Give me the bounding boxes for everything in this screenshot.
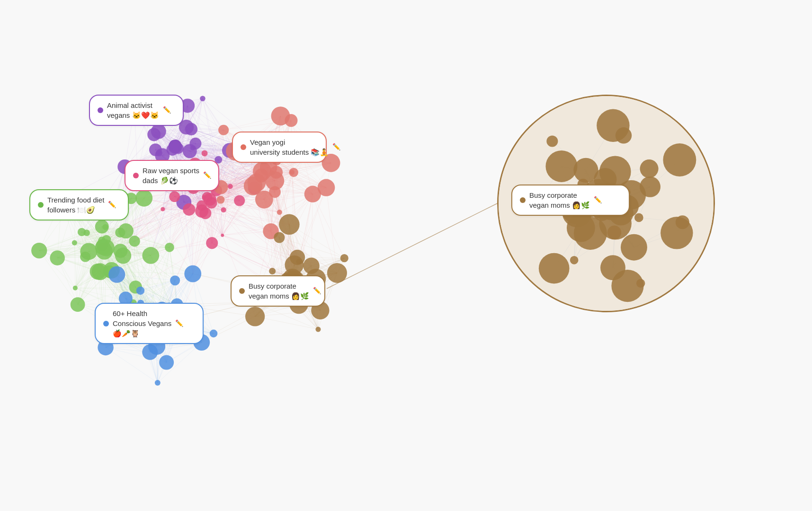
animal-edit-icon[interactable]: ✏️: [163, 106, 171, 115]
trending-label-text: Trending food dietfollowers 🍽️🥑: [47, 195, 104, 215]
cluster-label-busy-large: Busy corporatevegan moms 👩🌿 ✏️: [511, 185, 630, 216]
raw-vegan-edit-icon[interactable]: ✏️: [203, 171, 211, 180]
health-edit-icon[interactable]: ✏️: [175, 319, 183, 328]
busy-large-edit-icon[interactable]: ✏️: [594, 195, 602, 205]
cluster-label-yogi: Vegan yogiuniversity students 📚🧘 ✏️: [232, 132, 327, 163]
animal-label-text: Animal activistvegans 🐱❤️🐱: [107, 100, 159, 120]
cluster-label-busy-small: Busy corporatevegan moms 👩🌿 ✏️: [231, 275, 325, 307]
trending-edit-icon[interactable]: ✏️: [108, 200, 116, 210]
health-label-text: 60+ HealthConscious Vegans🍎🥕🦉: [113, 308, 171, 338]
cluster-label-animal: Animal activistvegans 🐱❤️🐱 ✏️: [89, 95, 184, 126]
busy-small-edit-icon[interactable]: ✏️: [313, 286, 321, 296]
busy-small-dot: [239, 288, 245, 294]
cluster-label-trending: Trending food dietfollowers 🍽️🥑 ✏️: [29, 189, 129, 220]
busy-small-label-text: Busy corporatevegan moms 👩🌿: [249, 281, 309, 301]
yogi-label-text: Vegan yogiuniversity students 📚🧘: [250, 137, 329, 157]
yogi-dot: [241, 144, 246, 150]
yogi-edit-icon[interactable]: ✏️: [332, 142, 340, 152]
raw-vegan-label-text: Raw vegan sportsdads 🥬⚽: [143, 166, 199, 185]
raw-vegan-dot: [133, 173, 139, 178]
busy-large-label-text: Busy corporatevegan moms 👩🌿: [529, 190, 590, 210]
health-dot: [103, 321, 109, 326]
cluster-label-raw-vegan: Raw vegan sportsdads 🥬⚽ ✏️: [125, 160, 219, 191]
cluster-label-health: 60+ HealthConscious Vegans🍎🥕🦉 ✏️: [95, 303, 204, 344]
animal-dot: [98, 107, 103, 113]
trending-dot: [38, 202, 44, 208]
busy-large-dot: [520, 197, 526, 203]
